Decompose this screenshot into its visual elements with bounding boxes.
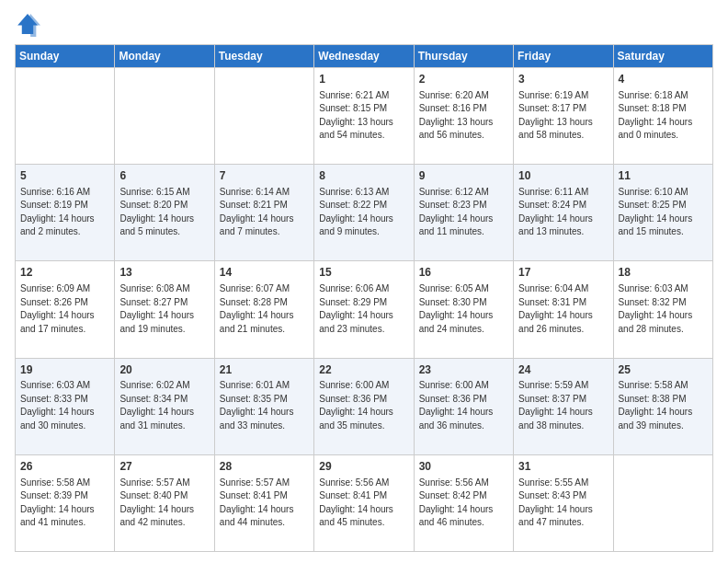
day-number: 30 xyxy=(419,459,508,475)
day-number: 6 xyxy=(119,168,209,184)
day-cell-7: 7Sunrise: 6:14 AM Sunset: 8:21 PM Daylig… xyxy=(214,165,313,261)
day-number: 17 xyxy=(518,265,608,281)
day-cell-24: 24Sunrise: 5:59 AM Sunset: 8:37 PM Dayli… xyxy=(514,358,613,454)
day-info: Sunrise: 5:57 AM Sunset: 8:41 PM Dayligh… xyxy=(220,477,309,530)
day-info: Sunrise: 5:59 AM Sunset: 8:37 PM Dayligh… xyxy=(518,379,608,432)
day-cell-31: 31Sunrise: 5:55 AM Sunset: 8:43 PM Dayli… xyxy=(514,454,613,551)
day-cell-29: 29Sunrise: 5:56 AM Sunset: 8:41 PM Dayli… xyxy=(314,454,414,551)
day-info: Sunrise: 6:19 AM Sunset: 8:17 PM Dayligh… xyxy=(518,89,608,143)
day-cell-13: 13Sunrise: 6:08 AM Sunset: 8:27 PM Dayli… xyxy=(115,261,214,358)
day-cell-18: 18Sunrise: 6:03 AM Sunset: 8:32 PM Dayli… xyxy=(613,261,712,358)
day-number: 15 xyxy=(319,265,408,281)
day-header-friday: Friday xyxy=(514,45,613,68)
calendar: SundayMondayTuesdayWednesdayThursdayFrid… xyxy=(15,44,713,552)
day-info: Sunrise: 5:56 AM Sunset: 8:42 PM Dayligh… xyxy=(419,477,508,530)
day-header-tuesday: Tuesday xyxy=(214,45,313,68)
day-header-saturday: Saturday xyxy=(613,45,712,68)
day-info: Sunrise: 6:00 AM Sunset: 8:36 PM Dayligh… xyxy=(319,379,408,432)
day-info: Sunrise: 6:15 AM Sunset: 8:20 PM Dayligh… xyxy=(119,186,209,239)
day-number: 8 xyxy=(319,168,408,184)
page: SundayMondayTuesdayWednesdayThursdayFrid… xyxy=(0,0,728,563)
day-number: 12 xyxy=(20,265,109,281)
day-number: 24 xyxy=(518,362,608,378)
day-info: Sunrise: 6:09 AM Sunset: 8:26 PM Dayligh… xyxy=(20,282,109,336)
day-number: 23 xyxy=(419,362,508,378)
week-row-3: 19Sunrise: 6:03 AM Sunset: 8:33 PM Dayli… xyxy=(16,358,713,454)
day-number: 29 xyxy=(319,459,408,475)
day-number: 19 xyxy=(20,362,109,378)
day-header-monday: Monday xyxy=(115,45,214,68)
logo-icon xyxy=(15,11,40,37)
empty-cell xyxy=(214,68,313,165)
day-cell-21: 21Sunrise: 6:01 AM Sunset: 8:35 PM Dayli… xyxy=(214,358,313,454)
day-info: Sunrise: 6:06 AM Sunset: 8:29 PM Dayligh… xyxy=(319,282,408,336)
day-cell-10: 10Sunrise: 6:11 AM Sunset: 8:24 PM Dayli… xyxy=(514,165,613,261)
day-number: 7 xyxy=(220,168,309,184)
empty-cell xyxy=(613,454,712,551)
week-row-4: 26Sunrise: 5:58 AM Sunset: 8:39 PM Dayli… xyxy=(16,454,713,551)
header xyxy=(15,11,713,37)
day-cell-2: 2Sunrise: 6:20 AM Sunset: 8:16 PM Daylig… xyxy=(414,68,513,165)
day-info: Sunrise: 6:18 AM Sunset: 8:18 PM Dayligh… xyxy=(619,89,708,143)
day-cell-17: 17Sunrise: 6:04 AM Sunset: 8:31 PM Dayli… xyxy=(514,261,613,358)
day-cell-16: 16Sunrise: 6:05 AM Sunset: 8:30 PM Dayli… xyxy=(414,261,513,358)
day-info: Sunrise: 6:10 AM Sunset: 8:25 PM Dayligh… xyxy=(619,186,708,239)
day-number: 1 xyxy=(319,72,408,87)
day-number: 22 xyxy=(319,362,408,378)
day-info: Sunrise: 6:05 AM Sunset: 8:30 PM Dayligh… xyxy=(419,282,508,336)
day-number: 9 xyxy=(419,168,508,184)
day-number: 2 xyxy=(419,72,508,87)
day-info: Sunrise: 6:13 AM Sunset: 8:22 PM Dayligh… xyxy=(319,186,408,239)
empty-cell xyxy=(16,68,115,165)
day-cell-3: 3Sunrise: 6:19 AM Sunset: 8:17 PM Daylig… xyxy=(514,68,613,165)
day-cell-25: 25Sunrise: 5:58 AM Sunset: 8:38 PM Dayli… xyxy=(613,358,712,454)
day-cell-6: 6Sunrise: 6:15 AM Sunset: 8:20 PM Daylig… xyxy=(115,165,214,261)
day-cell-30: 30Sunrise: 5:56 AM Sunset: 8:42 PM Dayli… xyxy=(414,454,513,551)
day-cell-11: 11Sunrise: 6:10 AM Sunset: 8:25 PM Dayli… xyxy=(613,165,712,261)
day-number: 25 xyxy=(619,362,708,378)
day-info: Sunrise: 6:12 AM Sunset: 8:23 PM Dayligh… xyxy=(419,186,508,239)
day-cell-14: 14Sunrise: 6:07 AM Sunset: 8:28 PM Dayli… xyxy=(214,261,313,358)
day-number: 3 xyxy=(518,72,608,87)
day-number: 4 xyxy=(619,72,708,87)
day-info: Sunrise: 5:55 AM Sunset: 8:43 PM Dayligh… xyxy=(518,477,608,530)
day-cell-8: 8Sunrise: 6:13 AM Sunset: 8:22 PM Daylig… xyxy=(314,165,414,261)
day-number: 11 xyxy=(619,168,708,184)
week-row-0: 1Sunrise: 6:21 AM Sunset: 8:15 PM Daylig… xyxy=(16,68,713,165)
day-cell-1: 1Sunrise: 6:21 AM Sunset: 8:15 PM Daylig… xyxy=(314,68,414,165)
day-number: 18 xyxy=(619,265,708,281)
day-number: 5 xyxy=(20,168,109,184)
day-number: 20 xyxy=(119,362,209,378)
day-number: 26 xyxy=(20,459,109,475)
day-cell-4: 4Sunrise: 6:18 AM Sunset: 8:18 PM Daylig… xyxy=(613,68,712,165)
week-row-1: 5Sunrise: 6:16 AM Sunset: 8:19 PM Daylig… xyxy=(16,165,713,261)
day-info: Sunrise: 6:03 AM Sunset: 8:33 PM Dayligh… xyxy=(20,379,109,432)
day-cell-19: 19Sunrise: 6:03 AM Sunset: 8:33 PM Dayli… xyxy=(16,358,115,454)
day-cell-5: 5Sunrise: 6:16 AM Sunset: 8:19 PM Daylig… xyxy=(16,165,115,261)
day-number: 10 xyxy=(518,168,608,184)
day-cell-20: 20Sunrise: 6:02 AM Sunset: 8:34 PM Dayli… xyxy=(115,358,214,454)
empty-cell xyxy=(115,68,214,165)
day-info: Sunrise: 6:20 AM Sunset: 8:16 PM Dayligh… xyxy=(419,89,508,143)
day-cell-28: 28Sunrise: 5:57 AM Sunset: 8:41 PM Dayli… xyxy=(214,454,313,551)
week-row-2: 12Sunrise: 6:09 AM Sunset: 8:26 PM Dayli… xyxy=(16,261,713,358)
day-number: 28 xyxy=(220,459,309,475)
day-info: Sunrise: 5:57 AM Sunset: 8:40 PM Dayligh… xyxy=(119,477,209,530)
day-info: Sunrise: 6:04 AM Sunset: 8:31 PM Dayligh… xyxy=(518,282,608,336)
day-info: Sunrise: 5:58 AM Sunset: 8:39 PM Dayligh… xyxy=(20,477,109,530)
day-header-thursday: Thursday xyxy=(414,45,513,68)
day-info: Sunrise: 5:58 AM Sunset: 8:38 PM Dayligh… xyxy=(619,379,708,432)
day-info: Sunrise: 6:16 AM Sunset: 8:19 PM Dayligh… xyxy=(20,186,109,239)
day-cell-22: 22Sunrise: 6:00 AM Sunset: 8:36 PM Dayli… xyxy=(314,358,414,454)
day-cell-12: 12Sunrise: 6:09 AM Sunset: 8:26 PM Dayli… xyxy=(16,261,115,358)
day-info: Sunrise: 6:11 AM Sunset: 8:24 PM Dayligh… xyxy=(518,186,608,239)
day-info: Sunrise: 6:08 AM Sunset: 8:27 PM Dayligh… xyxy=(119,282,209,336)
day-cell-15: 15Sunrise: 6:06 AM Sunset: 8:29 PM Dayli… xyxy=(314,261,414,358)
day-info: Sunrise: 6:14 AM Sunset: 8:21 PM Dayligh… xyxy=(220,186,309,239)
day-info: Sunrise: 6:03 AM Sunset: 8:32 PM Dayligh… xyxy=(619,282,708,336)
day-cell-27: 27Sunrise: 5:57 AM Sunset: 8:40 PM Dayli… xyxy=(115,454,214,551)
logo xyxy=(15,11,44,37)
day-header-sunday: Sunday xyxy=(16,45,115,68)
day-info: Sunrise: 6:00 AM Sunset: 8:36 PM Dayligh… xyxy=(419,379,508,432)
day-number: 27 xyxy=(119,459,209,475)
